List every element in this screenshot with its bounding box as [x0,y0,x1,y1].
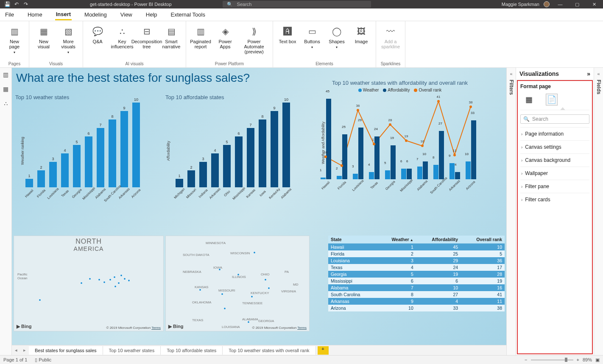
paginated-report-button[interactable]: ▥Paginated report [190,25,212,50]
shapes-button[interactable]: ◯Shapes▾ [326,25,348,50]
left-rail: ▥ ▦ ⛬ [0,68,12,355]
report-canvas[interactable]: What are the best states for sunglass sa… [12,68,506,345]
power-automate-button[interactable]: ⟫Power Automate (preview) [239,25,269,55]
page-tab-1[interactable]: Best states for sunglass sales [29,346,103,355]
section-filter-pane[interactable]: ›Filter pane [520,180,589,193]
new-visual-button[interactable]: ▦New visual [33,25,55,50]
fields-pane-collapsed[interactable]: « Fields [594,68,603,355]
table-row[interactable]: Arkansas9411 [328,298,505,305]
zoom-in[interactable]: + [577,357,579,362]
report-icon: ▥ [195,25,207,37]
build-visual-tab[interactable]: ▦ [523,94,535,106]
add-page-button[interactable]: + [318,346,329,355]
data-table[interactable]: State Weather Affordability Overall rank… [328,236,505,311]
map2-attr: © 2019 Microsoft Corporation Terms [252,326,307,330]
avatar[interactable] [544,1,550,7]
map-usa[interactable]: MINNESOTA WISCONSIN SOUTH DAKOTA IOWA NE… [165,236,310,331]
user-name[interactable]: Maggie Sparkman [502,2,539,7]
redo-icon[interactable]: ↷ [21,1,31,7]
global-search[interactable]: 🔍 Search [223,1,371,8]
tab-view[interactable]: View [120,10,133,19]
format-page-panel: Format page ▦ 📄 🔍 Search ›Page informati… [517,80,593,354]
tab-home[interactable]: Home [27,10,43,19]
chevron-right-icon: › [521,184,522,189]
zoom-pct[interactable]: 89% [583,357,592,362]
section-page-information[interactable]: ›Page information [520,127,589,140]
narrative-icon: ▤ [165,25,177,37]
filters-pane-collapsed[interactable]: « Filters [506,68,516,355]
tab-insert[interactable]: Insert [55,9,72,20]
tree-icon: ⊟ [141,25,153,37]
page-tab-4[interactable]: Top 10 weather states with overall rank [223,346,315,355]
th-overall[interactable]: Overall rank [461,236,505,244]
expand-fields-icon[interactable]: « [597,71,600,76]
save-icon[interactable]: 💾 [3,1,12,7]
table-row[interactable]: Georgia51928 [328,271,505,278]
page-tab-3[interactable]: Top 10 affordable states [161,346,223,355]
table-row[interactable]: South Carolina82741 [328,291,505,298]
page-tab-2[interactable]: Top 10 weather states [103,346,161,355]
table-row[interactable]: Texas42417 [328,264,505,271]
section-wallpaper[interactable]: ›Wallpaper [520,167,589,180]
more-visuals-button[interactable]: ▧More visuals▾ [57,25,79,56]
key-influencers-button[interactable]: ⛬Key influencers [111,25,133,50]
tab-modeling[interactable]: Modeling [84,10,108,19]
collapse-viz-icon[interactable]: » [587,70,590,77]
tab-external[interactable]: External Tools [170,10,206,19]
textbox-button[interactable]: 🅰Text box [276,25,299,45]
tab-file[interactable]: File [4,10,15,19]
chevron-right-icon: › [521,158,522,163]
close-button[interactable]: ✕ [588,2,600,7]
format-search[interactable]: 🔍 Search [520,114,589,124]
fit-page-icon[interactable]: ▣ [595,357,600,363]
map2-terms-link[interactable]: Terms [297,326,307,330]
tab-next[interactable]: ▸ [20,347,29,353]
buttons-button[interactable]: ▭Buttons▾ [301,25,323,50]
page-tabs: ◂ ▸ Best states for sunglass sales Top 1… [12,345,506,355]
map1-attr: © 2019 Microsoft Corporation Terms [106,326,161,330]
chart-affordable-states[interactable]: Top 10 affordable states Affordability 1… [165,94,310,195]
th-weather[interactable]: Weather [377,236,416,244]
chart-weather-states[interactable]: Top 10 weather states Weather ranking 1H… [15,94,159,195]
table-row[interactable]: Hawaii14510 [328,244,505,251]
new-page-button[interactable]: ▥New page▾ [3,25,25,56]
image-button[interactable]: 🖼Image [350,25,372,45]
th-state[interactable]: State [328,236,377,244]
map-north-america[interactable]: NORTH AMERICA Pacific Ocean ▶ Bing © 201… [14,236,164,331]
section-canvas-background[interactable]: ›Canvas background [520,153,589,167]
report-view-icon[interactable]: ▥ [3,71,8,78]
power-apps-button[interactable]: ◈Power Apps [214,25,236,50]
automate-icon: ⟫ [248,25,260,37]
chart-combo[interactable]: Top 10 weather states with affordability… [309,80,491,187]
section-filter-cards[interactable]: ›Filter cards [520,193,589,206]
table-row[interactable]: Alabama71016 [328,284,505,291]
minimize-button[interactable]: — [554,2,567,7]
smart-narrative-button[interactable]: ▤Smart narrative [160,25,182,50]
section-canvas-settings[interactable]: ›Canvas settings [520,140,589,153]
tab-prev[interactable]: ◂ [12,347,20,353]
decomposition-button[interactable]: ⊟Decomposition tree [136,25,158,50]
maximize-button[interactable]: ▢ [571,2,583,7]
powerapps-icon: ◈ [219,25,231,37]
table-row[interactable]: Mississippi6619 [328,278,505,284]
zoom-out[interactable]: − [525,357,527,362]
expand-filters-icon[interactable]: « [510,71,512,76]
search-placeholder: Search [237,2,252,7]
model-view-icon[interactable]: ⛬ [3,100,9,107]
table-row[interactable]: Florida2255 [328,250,505,257]
qna-button[interactable]: 💬Q&A [87,25,109,45]
table-row[interactable]: Arizona103338 [328,305,505,311]
map1-subtitle: AMERICA [14,245,163,252]
search-icon: 🔍 [227,2,233,7]
th-afford[interactable]: Affordability [416,236,461,244]
format-page-label: Format page [520,83,589,89]
format-page-tab[interactable]: 📄 [546,94,558,106]
chart-plus-icon: ▧ [62,25,74,37]
zoom-slider[interactable] [531,359,573,361]
undo-icon[interactable]: ↶ [12,1,21,7]
map1-terms-link[interactable]: Terms [151,326,161,330]
tab-help[interactable]: Help [145,10,158,19]
sensitivity-label[interactable]: ▯ Public [35,357,51,363]
table-row[interactable]: Louisiana32936 [328,257,505,264]
data-view-icon[interactable]: ▦ [3,86,8,92]
